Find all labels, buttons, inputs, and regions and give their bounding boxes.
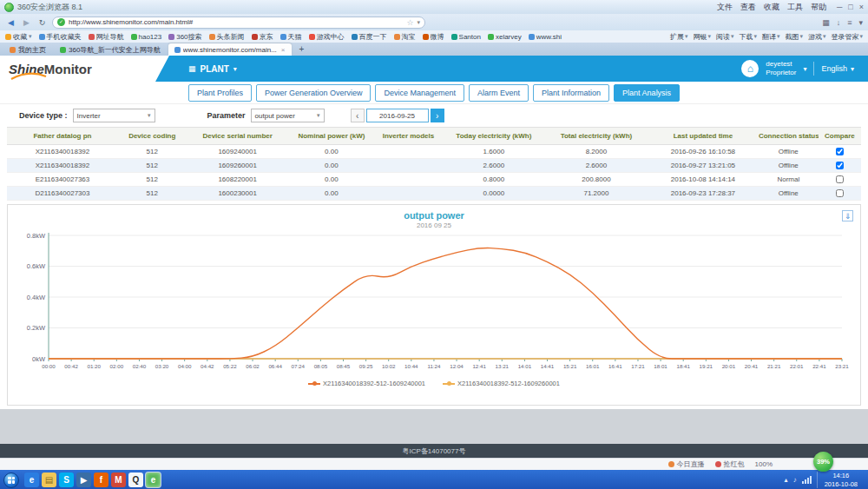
svg-text:14:01: 14:01 bbox=[518, 363, 532, 369]
parameter-select[interactable]: output power ▾ bbox=[251, 109, 325, 122]
bookmark-item[interactable]: 网址导航 bbox=[89, 32, 124, 42]
taskbar-item-qq[interactable]: Q bbox=[128, 472, 143, 487]
cell-serial: 1600230001 bbox=[187, 187, 289, 201]
toolbar-item[interactable]: 游戏▾ bbox=[808, 32, 826, 42]
compare-checkbox[interactable] bbox=[836, 162, 844, 169]
bookmark-item[interactable]: 收藏▾ bbox=[5, 32, 32, 42]
svg-text:12:41: 12:41 bbox=[472, 363, 486, 369]
bookmark-item[interactable]: Santon bbox=[451, 33, 481, 41]
svg-text:00:00: 00:00 bbox=[42, 363, 56, 369]
status-item[interactable]: 今日直播 bbox=[668, 459, 705, 469]
browser-tab[interactable]: 360导航_新一代安全上网导航 bbox=[54, 43, 167, 56]
legend-item[interactable]: X2116340018392-512-1609260001 bbox=[443, 380, 560, 387]
chart-export-icon[interactable]: ⇓ bbox=[842, 210, 853, 221]
toolbar-item[interactable]: 下载▾ bbox=[739, 32, 757, 42]
browser-tab[interactable]: www.shinemonitor.com/main...× bbox=[168, 43, 292, 56]
bookmark-item[interactable]: 手机收藏夹 bbox=[39, 32, 82, 42]
cross-screen-icon[interactable]: ▦ bbox=[822, 18, 830, 27]
close-button[interactable]: × bbox=[859, 3, 864, 11]
start-button[interactable] bbox=[3, 472, 19, 488]
toolbar-item[interactable]: 截图▾ bbox=[785, 32, 803, 42]
compare-checkbox[interactable] bbox=[836, 148, 844, 155]
tab-device-management[interactable]: Device Management bbox=[375, 84, 464, 102]
cell-today: 2.6000 bbox=[443, 159, 545, 173]
taskbar-item-360-browser[interactable]: e bbox=[146, 472, 161, 487]
compare-checkbox[interactable] bbox=[836, 189, 844, 197]
toolbar-item[interactable]: 翻译▾ bbox=[762, 32, 780, 42]
tab-alarm-event[interactable]: Alarm Event bbox=[469, 84, 529, 102]
toolbar-item[interactable]: 扩展▾ bbox=[670, 32, 688, 42]
toolbar-item[interactable]: 网银▾ bbox=[693, 32, 711, 42]
date-field[interactable]: 2016-09-25 bbox=[366, 109, 429, 122]
bookmark-item[interactable]: 百度一下 bbox=[352, 32, 387, 42]
bookmark-item[interactable]: xelarvey bbox=[488, 33, 522, 41]
tab-plant-information[interactable]: Plant Information bbox=[533, 84, 609, 102]
download-manager-icon[interactable]: ↓ bbox=[837, 18, 841, 27]
svg-text:14:41: 14:41 bbox=[541, 363, 555, 369]
status-item[interactable]: 抢红包 bbox=[715, 459, 745, 469]
bookmark-item[interactable]: www.shi bbox=[529, 33, 562, 41]
menu-item[interactable]: 工具 bbox=[787, 2, 803, 13]
user-caret-icon[interactable]: ▾ bbox=[803, 65, 806, 73]
favorite-star-icon[interactable]: ☆ bbox=[406, 18, 413, 27]
svg-text:18:01: 18:01 bbox=[654, 363, 667, 369]
tab-power-generation-overview[interactable]: Power Generation Overview bbox=[256, 84, 372, 102]
bookmark-item[interactable]: 淘宝 bbox=[394, 32, 416, 42]
user-avatar[interactable]: ⌂ bbox=[741, 60, 759, 77]
cell-total: 2.6000 bbox=[545, 159, 648, 173]
menu-item[interactable]: 收藏 bbox=[764, 2, 779, 13]
bookmark-item[interactable]: hao123 bbox=[131, 33, 162, 41]
forward-button[interactable]: ▶ bbox=[21, 18, 32, 27]
bookmark-item[interactable]: 天猫 bbox=[280, 32, 302, 42]
nav-plant-menu[interactable]: ▦ PLANT ▾ bbox=[188, 64, 237, 74]
minimize-button[interactable]: ─ bbox=[837, 3, 842, 11]
device-type-select[interactable]: Inverter ▾ bbox=[73, 109, 155, 122]
table-row: X211634001839251216092600010.002.60002.6… bbox=[7, 159, 861, 173]
refresh-button[interactable]: ↻ bbox=[36, 18, 48, 27]
toolbar-item[interactable]: 登录管家▾ bbox=[831, 32, 863, 42]
compare-checkbox[interactable] bbox=[836, 175, 844, 183]
date-next-button[interactable]: › bbox=[431, 109, 444, 122]
tab-plant-analysis[interactable]: Plant Analysis bbox=[614, 84, 680, 102]
url-dropdown-icon[interactable]: ▾ bbox=[417, 19, 420, 26]
maximize-button[interactable]: □ bbox=[848, 3, 852, 11]
cell-model bbox=[374, 173, 443, 187]
menu-item[interactable]: 文件 bbox=[717, 2, 733, 13]
bookmark-item[interactable]: 微博 bbox=[423, 32, 444, 42]
date-prev-button[interactable]: ‹ bbox=[351, 109, 365, 122]
menu-item[interactable]: 帮助 bbox=[811, 2, 826, 13]
legend-item[interactable]: X2116340018392-512-1609240001 bbox=[308, 380, 425, 387]
url-input[interactable]: ✓ http://www.shinemonitor.com/main.html#… bbox=[52, 17, 425, 29]
language-selector[interactable]: English ▾ bbox=[821, 64, 854, 73]
new-tab-button[interactable]: + bbox=[293, 43, 311, 56]
360-speedball[interactable]: 39% bbox=[813, 452, 833, 472]
tray-expand-icon[interactable]: ▴ bbox=[785, 476, 788, 484]
bookmark-item[interactable]: 游戏中心 bbox=[309, 32, 345, 42]
back-button[interactable]: ◀ bbox=[5, 18, 16, 27]
browser-tab[interactable]: 我的主页 bbox=[3, 43, 52, 56]
tab-plant-profiles[interactable]: Plant Profiles bbox=[188, 84, 252, 102]
user-info[interactable]: deyetest Proprietor bbox=[766, 60, 796, 77]
bookmark-item[interactable]: 京东 bbox=[252, 32, 273, 42]
main-menu-icon[interactable]: ≡ bbox=[847, 18, 852, 27]
tab-close-icon[interactable]: × bbox=[281, 46, 286, 54]
status-item[interactable]: 100% bbox=[755, 460, 773, 468]
clock-date: 2016-10-08 bbox=[825, 480, 858, 488]
taskbar-item-firefox[interactable]: f bbox=[94, 472, 108, 487]
taskbar-clock[interactable]: 14:16 2016-10-08 bbox=[817, 472, 865, 488]
taskbar-item-folder-explorer[interactable]: ▤ bbox=[42, 472, 56, 487]
bookmark-item[interactable]: 360搜索 bbox=[168, 32, 201, 42]
taskbar-item-media-player[interactable]: ▶ bbox=[76, 472, 91, 487]
caret-down-icon: ▾ bbox=[29, 33, 32, 40]
bookmark-item[interactable]: 头条新闻 bbox=[209, 32, 245, 42]
volume-icon[interactable]: ♪ bbox=[793, 476, 797, 484]
toolbar-item[interactable]: 阅读▾ bbox=[716, 32, 734, 42]
taskbar-item-mail[interactable]: M bbox=[111, 472, 126, 487]
parameter-caret-icon: ▾ bbox=[317, 112, 320, 119]
taskbar-item-skype[interactable]: S bbox=[59, 472, 74, 487]
more-tools-icon[interactable]: ▾ bbox=[858, 18, 863, 27]
network-icon[interactable] bbox=[802, 476, 812, 484]
shinemonitor-logo[interactable]: ShineMonitor bbox=[0, 56, 169, 82]
taskbar-item-ie-browser[interactable]: e bbox=[24, 472, 39, 487]
menu-item[interactable]: 查看 bbox=[740, 2, 756, 13]
